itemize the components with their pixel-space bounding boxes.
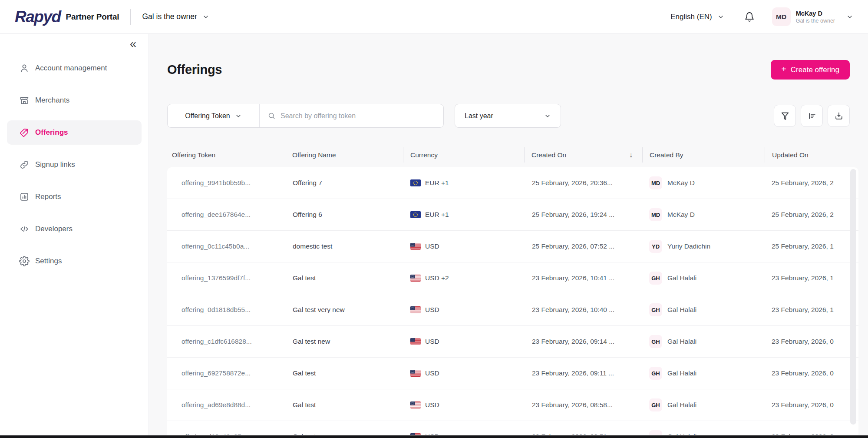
cell-offering-name: Offering 7 — [285, 167, 403, 199]
search-field-selector[interactable]: Offering Token — [168, 104, 259, 127]
gear-icon — [19, 256, 30, 266]
organization-selector[interactable]: Gal is the owner — [142, 12, 209, 21]
avatar: MD — [772, 7, 791, 26]
chevron-down-icon — [235, 113, 242, 119]
notifications-button[interactable] — [744, 12, 755, 22]
link-icon — [19, 159, 30, 170]
table-row[interactable]: offering_9941b0b59b... Offering 7 — [167, 167, 858, 199]
cell-created-on: 23 February, 2026, 10:40 ... — [524, 294, 642, 325]
create-offering-label: Create offering — [791, 66, 839, 74]
cell-currency: USD — [403, 231, 524, 262]
column-header-label: Created On — [531, 151, 566, 159]
us-flag-icon — [410, 275, 421, 282]
creator-avatar: GH — [649, 430, 662, 435]
currency-label: USD — [425, 338, 439, 345]
currency-label: USD — [425, 433, 439, 435]
table-row[interactable]: offering_1376599df7f... Gal test — [167, 262, 858, 294]
sidebar-nav: Account management Merchants Offerings — [7, 56, 142, 273]
sidebar-item-signup-links[interactable]: Signup links — [7, 153, 142, 177]
us-flag-icon — [410, 243, 421, 250]
us-flag-icon — [410, 370, 421, 377]
storefront-icon — [19, 95, 30, 106]
chevron-down-icon — [717, 13, 724, 20]
cell-created-on: 25 February, 2026, 20:36... — [524, 167, 642, 199]
sidebar-item-account-management[interactable]: Account management — [7, 56, 142, 80]
chevron-down-icon — [202, 13, 209, 20]
cell-created-by: GH Gal Halali — [642, 358, 765, 389]
currency-label: EUR +1 — [425, 211, 449, 219]
cell-created-by: GH Gal Halali — [642, 294, 765, 325]
download-button[interactable] — [828, 105, 850, 127]
cell-offering-token: offering_692758872e... — [167, 358, 285, 389]
table-row[interactable]: offering_0d1818db55... Gal test very new — [167, 294, 858, 326]
creator-name: Gal Halali — [667, 338, 696, 345]
cell-offering-token: offering_9941b0b59b... — [167, 167, 285, 199]
cell-offering-name: Gal test — [285, 421, 403, 435]
cell-currency: USD — [403, 358, 524, 389]
rapyd-logo: Rapyd — [15, 8, 61, 26]
search-box — [260, 112, 443, 120]
sort-button[interactable] — [801, 105, 823, 127]
creator-avatar: GH — [649, 398, 662, 411]
filter-button[interactable] — [774, 105, 796, 127]
column-header-offering-name[interactable]: Offering Name — [285, 143, 403, 167]
cell-created-on: 23 February, 2026, 09:11 ... — [524, 358, 642, 389]
date-range-selector[interactable]: Last year — [455, 104, 561, 128]
search-input[interactable] — [281, 112, 436, 120]
cell-offering-name: domestic test — [285, 231, 403, 262]
sidebar-item-label: Reports — [35, 192, 61, 201]
creator-name: Gal Halali — [667, 401, 696, 409]
cell-created-by: GH Gal Halali — [642, 326, 765, 357]
cell-created-by: GH Gal Halali — [642, 262, 765, 294]
user-menu[interactable]: MD McKay D Gal is the owner — [772, 7, 853, 26]
table-row[interactable]: offering_ad69e8d88d... Gal test — [167, 389, 858, 421]
table-row[interactable]: offering_0c11c45b0a... domestic test — [167, 231, 858, 262]
cell-created-by: MD McKay D — [642, 167, 765, 199]
creator-name: McKay D — [667, 179, 695, 187]
us-flag-icon — [410, 433, 421, 435]
app-name: Partner Portal — [66, 12, 119, 22]
column-header-created-by[interactable]: Created By — [642, 143, 765, 167]
creator-name: Gal Halali — [667, 274, 696, 282]
creator-name: Gal Halali — [667, 433, 696, 435]
title-row: Offerings + Create offering — [167, 60, 850, 80]
code-icon — [19, 224, 30, 234]
cell-offering-token: offering_1376599df7f... — [167, 262, 285, 294]
search-field-label: Offering Token — [185, 112, 230, 120]
currency-label: USD +2 — [425, 274, 449, 282]
cell-updated-on: 23 February, 2026, 1 — [765, 262, 858, 294]
creator-avatar: YD — [649, 240, 662, 253]
cell-created-on: 25 February, 2026, 19:24 ... — [524, 199, 642, 230]
sidebar-item-developers[interactable]: Developers — [7, 217, 142, 241]
table-row[interactable]: offering_c1dfc616828... Gal test new — [167, 326, 858, 358]
sidebar-item-merchants[interactable]: Merchants — [7, 88, 142, 113]
user-icon — [19, 63, 30, 73]
cell-offering-token: offering_dee167864e... — [167, 199, 285, 230]
create-offering-button[interactable]: + Create offering — [771, 60, 850, 80]
chevron-down-icon — [846, 13, 853, 20]
column-header-created-on[interactable]: Created On ↓ — [524, 143, 642, 167]
sort-icon — [807, 111, 817, 121]
cell-updated-on: 25 February, 2026, 2 — [765, 167, 858, 199]
creator-name: Yuriy Dadichin — [667, 242, 710, 250]
sidebar-item-offerings[interactable]: Offerings — [7, 120, 142, 145]
sidebar-item-reports[interactable]: Reports — [7, 185, 142, 209]
sidebar-item-label: Signup links — [35, 160, 75, 169]
language-selector[interactable]: English (EN) — [670, 13, 724, 21]
table-row[interactable]: offering_692758872e... Gal test — [167, 358, 858, 389]
currency-label: USD — [425, 306, 439, 314]
sidebar-item-label: Account management — [35, 64, 107, 73]
download-icon — [834, 111, 844, 121]
column-header-offering-token[interactable]: Offering Token — [167, 143, 285, 167]
sidebar-collapse-button[interactable]: « — [130, 38, 136, 50]
column-header-currency[interactable]: Currency — [403, 143, 524, 167]
column-header-updated-on[interactable]: Updated On — [765, 143, 858, 167]
page-title: Offerings — [167, 63, 222, 77]
table-row[interactable]: offering_dee167864e... Offering 6 — [167, 199, 858, 231]
vertical-scrollbar[interactable] — [850, 169, 856, 425]
table-row[interactable]: offering_d10a40a07a... Gal test — [167, 421, 858, 435]
creator-avatar: GH — [649, 335, 662, 348]
sidebar-item-settings[interactable]: Settings — [7, 249, 142, 273]
cell-currency: EUR +1 — [403, 167, 524, 199]
tag-icon — [19, 127, 30, 138]
